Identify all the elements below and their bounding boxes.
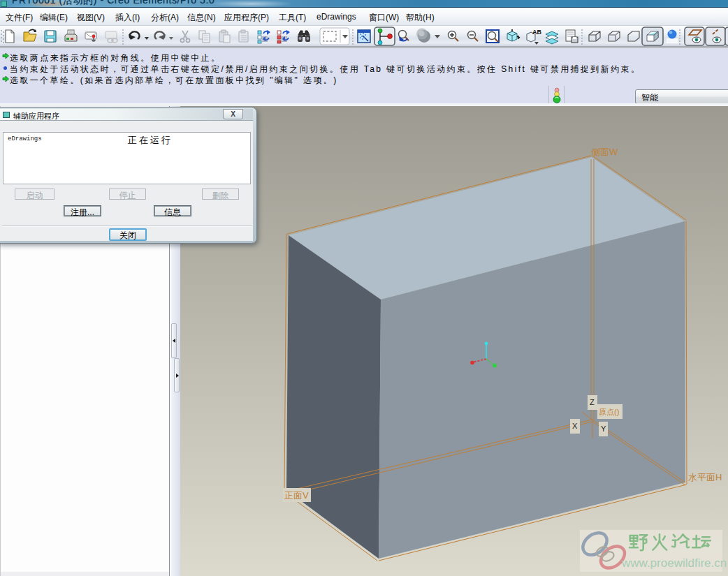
svg-text:侧面W: 侧面W: [591, 147, 618, 157]
svg-text:Y: Y: [601, 424, 606, 433]
svg-text:正面V: 正面V: [284, 490, 309, 501]
svg-text:AB: AB: [532, 29, 541, 36]
svg-text:www.proewildfire.cn: www.proewildfire.cn: [621, 556, 727, 570]
svg-text:水平面H: 水平面H: [688, 472, 722, 482]
svg-text:X: X: [572, 422, 578, 430]
svg-text:Z: Z: [590, 398, 595, 406]
svg-text:原点(): 原点(): [599, 408, 619, 416]
